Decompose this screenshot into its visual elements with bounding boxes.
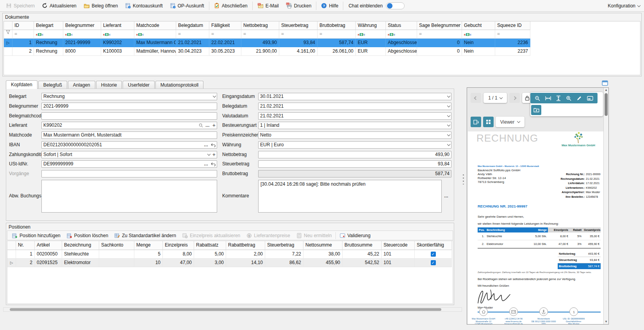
- nettobetrag-input[interactable]: 493,90: [258, 151, 451, 158]
- ellipsis-button[interactable]: …: [204, 142, 209, 148]
- column-header-f-lligkeit[interactable]: Fälligkeit: [209, 21, 241, 30]
- restore-window-icon[interactable]: [602, 80, 608, 86]
- steuerbetrag-input[interactable]: 93,84: [258, 160, 451, 168]
- change-standard-article-button[interactable]: Zu Standardartikel ändern: [111, 231, 179, 240]
- update-unit-price-button[interactable]: Einzelpreis aktualisieren: [179, 231, 243, 240]
- filter-cell[interactable]: =: [12, 30, 34, 39]
- column-header-bruttosumme[interactable]: Bruttosumme: [343, 241, 382, 250]
- stamp-icon[interactable]: [587, 96, 593, 101]
- filter-funnel-icon[interactable]: [4, 30, 12, 39]
- viewer-mode-select[interactable]: Viewer: [496, 117, 524, 127]
- column-header-squeeze-id[interactable]: Squeeze ID: [495, 21, 530, 30]
- checkbox-checked-icon[interactable]: ✓: [431, 260, 436, 265]
- thumbnails-button[interactable]: [483, 117, 494, 127]
- column-header-belegnummer[interactable]: Belegnummer: [63, 21, 101, 30]
- validation-button[interactable]: Validierung: [337, 231, 373, 240]
- print-button[interactable]: PDF Drucken: [282, 0, 315, 11]
- column-header-belegart[interactable]: Belegart: [34, 21, 63, 30]
- zoom-in-icon[interactable]: [566, 96, 571, 101]
- ustidnr-input[interactable]: DE999999999 …: [41, 160, 217, 168]
- add-icon[interactable]: +: [212, 151, 216, 158]
- scrollbar-thumb[interactable]: [10, 308, 441, 311]
- column-header-id[interactable]: ID: [12, 21, 34, 30]
- column-header-steuerbetrag[interactable]: Steuerbetrag: [279, 21, 318, 30]
- filter-cell[interactable]: =: [209, 30, 241, 39]
- email-button[interactable]: PDF E-Mail: [254, 0, 282, 11]
- tab-belegfuss[interactable]: Belegfuß: [38, 81, 67, 89]
- column-header-steuerbetrag[interactable]: Steuerbetrag: [265, 241, 303, 250]
- besteuerungsart-select[interactable]: 1 | Inland: [258, 122, 451, 129]
- horizontal-scrollbar[interactable]: [3, 307, 462, 312]
- add-position-button[interactable]: Position hinzufügen: [9, 231, 64, 240]
- abw-buchungstext-textarea[interactable]: [41, 180, 217, 213]
- tab-mutationsprotokoll[interactable]: Mutationsprotokoll: [155, 81, 203, 89]
- column-header-bezeichnung[interactable]: Bezeichnung: [62, 241, 99, 250]
- valutadatum-select[interactable]: 21.02.2021: [258, 112, 451, 120]
- column-header-nr-[interactable]: Nr.: [16, 241, 35, 250]
- filter-cell[interactable]: aBc: [386, 30, 417, 39]
- delete-position-button[interactable]: Position löschen: [64, 231, 111, 240]
- finish-button[interactable]: Abschließen: [211, 0, 251, 11]
- column-header-artikel[interactable]: Artikel: [35, 241, 62, 250]
- column-header-belegdatum[interactable]: Belegdatum: [176, 21, 209, 30]
- filter-cell[interactable]: aBc: [63, 30, 101, 39]
- panel-splitter[interactable]: [462, 81, 464, 325]
- filter-cell[interactable]: =: [417, 30, 462, 39]
- column-header-einzelpreis[interactable]: Einzelpreis: [163, 241, 194, 250]
- eingangsdatum-select[interactable]: 30.01.2021: [258, 93, 451, 100]
- belegdatum-select[interactable]: 21.02.2021: [258, 103, 451, 110]
- checkbox-checked-icon[interactable]: ✓: [431, 252, 436, 257]
- tab-userfelder[interactable]: Userfelder: [123, 81, 154, 89]
- kommentare-ellipsis-button[interactable]: …: [444, 193, 449, 198]
- column-header-w-hrung[interactable]: Währung: [356, 21, 386, 30]
- help-button[interactable]: ? Hilfe: [318, 0, 342, 11]
- fit-width-icon[interactable]: [545, 96, 551, 101]
- tab-kopfdaten[interactable]: Kopfdaten: [6, 80, 37, 89]
- column-header-matchcode[interactable]: Matchcode: [134, 21, 176, 30]
- next-page-button[interactable]: [509, 93, 520, 103]
- export-folder-button[interactable]: [531, 105, 541, 115]
- ellipsis-button[interactable]: …: [205, 122, 210, 129]
- filter-cell[interactable]: =: [495, 30, 530, 39]
- column-header-sage-belegnummer[interactable]: Sage Belegnummer: [417, 21, 462, 30]
- column-header-skontierf-hig[interactable]: Skontierfähig: [415, 241, 452, 250]
- filter-cell[interactable]: =: [318, 30, 356, 39]
- kommentare-textarea[interactable]: [30.04.2024 16:26:08 sage]: Bitte nochma…: [258, 180, 442, 213]
- filter-cell[interactable]: aBc: [101, 30, 134, 39]
- tab-historie[interactable]: Historie: [96, 81, 122, 89]
- chat-toggle[interactable]: [386, 2, 405, 9]
- undo-icon[interactable]: [211, 143, 216, 147]
- filter-cell[interactable]: aBc: [356, 30, 386, 39]
- table-row[interactable]: 100200050Stehleuchte58,005,002,007,2238,…: [7, 250, 453, 259]
- table-row[interactable]: 2Rechnung8000K100003Mattmüller, Hannover…: [4, 47, 640, 56]
- filter-cell[interactable]: aBc: [462, 30, 495, 39]
- supplier-prices-button[interactable]: $ Lieferantenpreise: [243, 231, 293, 240]
- column-header-bruttobetrag[interactable]: Bruttobetrag: [318, 21, 356, 30]
- zahlungskondition-select[interactable]: Sofort | Sofort +: [41, 151, 217, 158]
- scroll-up-arrow[interactable]: ▲: [604, 88, 608, 92]
- filter-cell[interactable]: aBc: [134, 30, 176, 39]
- waehrung-select[interactable]: EUR | Euro: [258, 141, 451, 149]
- column-header-nettosumme[interactable]: Nettosumme: [303, 241, 343, 250]
- open-document-button[interactable]: Beleg öffnen: [80, 0, 121, 11]
- column-header-menge[interactable]: Menge: [134, 241, 163, 250]
- belegart-select[interactable]: Rechnung: [41, 93, 217, 100]
- zoom-out-icon[interactable]: [535, 96, 540, 101]
- rotate-page-button[interactable]: [471, 117, 481, 127]
- prev-page-button[interactable]: [471, 93, 481, 103]
- viewer-vertical-scrollbar[interactable]: ▲ ▼: [603, 88, 608, 324]
- column-header-steuercode[interactable]: Steuercode: [382, 241, 415, 250]
- matchcode-input[interactable]: Max Mustermann GmbH, Musterstadt: [41, 131, 217, 139]
- preiskennzeichen-select[interactable]: Netto: [258, 131, 451, 139]
- belegmatchcode-input[interactable]: [41, 112, 217, 120]
- column-header-status[interactable]: Status: [386, 21, 417, 30]
- column-header-sachkonto[interactable]: Sachkonto: [99, 241, 134, 250]
- filter-cell[interactable]: aBc: [34, 30, 63, 39]
- column-header-rabattbetrag[interactable]: Rabattbetrag: [226, 241, 265, 250]
- table-row[interactable]: ▷1Rechnung2021-99999K990202Max Musterman…: [4, 39, 640, 47]
- table-row[interactable]: ▷202091525Elektromotor1047,003,0014,1086…: [7, 259, 453, 267]
- filter-cell[interactable]: =: [176, 30, 209, 39]
- tab-anlagen[interactable]: Anlagen: [68, 81, 95, 89]
- lieferant-input[interactable]: K990202 … +: [41, 122, 217, 129]
- account-info-button[interactable]: i Kontoauskunft: [121, 0, 166, 11]
